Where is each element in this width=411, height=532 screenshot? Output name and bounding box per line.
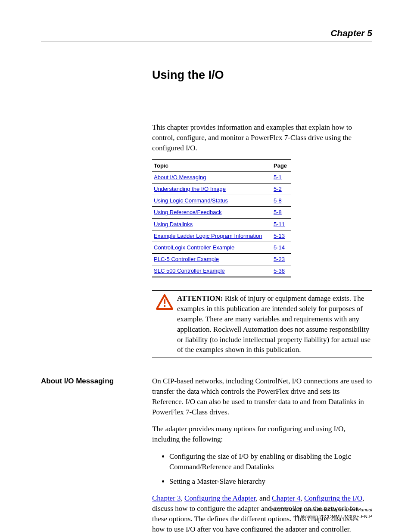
- toc-page-link[interactable]: 5-13: [274, 233, 285, 239]
- toc-page-link[interactable]: 5-1: [274, 174, 282, 180]
- footer-manual-title: 20-COMM-C/Q ControlNet Adapter User Manu…: [271, 507, 372, 513]
- warning-icon: [152, 293, 177, 355]
- toc-header-topic: Topic: [152, 160, 272, 172]
- page-title: Using the I/O: [152, 67, 372, 84]
- toc-page-link[interactable]: 5-38: [274, 268, 285, 274]
- toc-row: About I/O Messaging5-1: [152, 171, 291, 183]
- chapter-link[interactable]: Configuring the I/O: [304, 494, 362, 502]
- chapter-link[interactable]: Chapter 3: [152, 494, 181, 502]
- toc-link[interactable]: SLC 500 Controller Example: [154, 268, 225, 274]
- chapter-link[interactable]: Chapter 4: [272, 494, 301, 502]
- svg-rect-1: [164, 305, 165, 307]
- toc-page-link[interactable]: 5-23: [274, 256, 285, 262]
- toc-row: Using Datalinks5-11: [152, 218, 291, 230]
- toc-row: Understanding the I/O Image5-2: [152, 183, 291, 195]
- toc-link[interactable]: Using Logic Command/Status: [154, 197, 228, 204]
- attention-body: Risk of injury or equipment damage exist…: [177, 294, 371, 354]
- toc-page-link[interactable]: 5-2: [274, 186, 282, 192]
- toc-row: Example Ladder Logic Program Information…: [152, 230, 291, 242]
- chapter-link[interactable]: Configuring the Adapter: [184, 494, 256, 502]
- toc-page-link[interactable]: 5-8: [274, 209, 282, 215]
- toc-link[interactable]: PLC-5 Controller Example: [154, 256, 219, 262]
- section-bullet-list: Configuring the size of I/O by enabling …: [169, 451, 372, 486]
- section-paragraph: On CIP-based networks, including Control…: [152, 376, 372, 417]
- intro-paragraph: This chapter provides information and ex…: [152, 122, 372, 153]
- list-item: Configuring the size of I/O by enabling …: [169, 451, 372, 472]
- page-header: Chapter 5: [41, 27, 372, 41]
- toc-link[interactable]: Understanding the I/O Image: [154, 186, 226, 192]
- list-item: Setting a Master-Slave hierarchy: [169, 476, 372, 487]
- toc-table: Topic Page About I/O Messaging5-1 Unders…: [152, 159, 291, 278]
- toc-row: Using Reference/Feedback5-8: [152, 207, 291, 218]
- toc-page-link[interactable]: 5-11: [274, 221, 285, 227]
- toc-link[interactable]: ControlLogix Controller Example: [154, 244, 234, 251]
- footer-publication: Publication 20COMM-UM003F-EN-P: [271, 513, 372, 520]
- toc-row: ControlLogix Controller Example5-14: [152, 242, 291, 253]
- toc-row: PLC-5 Controller Example5-23: [152, 254, 291, 265]
- toc-link[interactable]: Example Ladder Logic Program Information: [154, 233, 262, 239]
- toc-row: SLC 500 Controller Example5-38: [152, 265, 291, 277]
- toc-link[interactable]: Using Reference/Feedback: [154, 209, 222, 215]
- section-paragraph: The adapter provides many options for co…: [152, 424, 372, 445]
- page-footer: 20-COMM-C/Q ControlNet Adapter User Manu…: [271, 507, 372, 520]
- svg-rect-0: [164, 299, 165, 304]
- section-heading: About I/O Messaging: [41, 376, 152, 532]
- chapter-label: Chapter 5: [330, 27, 372, 39]
- attention-label: ATTENTION:: [177, 294, 223, 302]
- toc-header-page: Page: [272, 160, 291, 172]
- toc-link[interactable]: About I/O Messaging: [154, 174, 206, 180]
- toc-page-link[interactable]: 5-8: [274, 197, 282, 204]
- toc-link[interactable]: Using Datalinks: [154, 221, 193, 227]
- toc-row: Using Logic Command/Status5-8: [152, 195, 291, 207]
- toc-page-link[interactable]: 5-14: [274, 244, 285, 251]
- attention-block: ATTENTION: Risk of injury or equipment d…: [152, 290, 372, 358]
- attention-text: ATTENTION: Risk of injury or equipment d…: [177, 293, 372, 355]
